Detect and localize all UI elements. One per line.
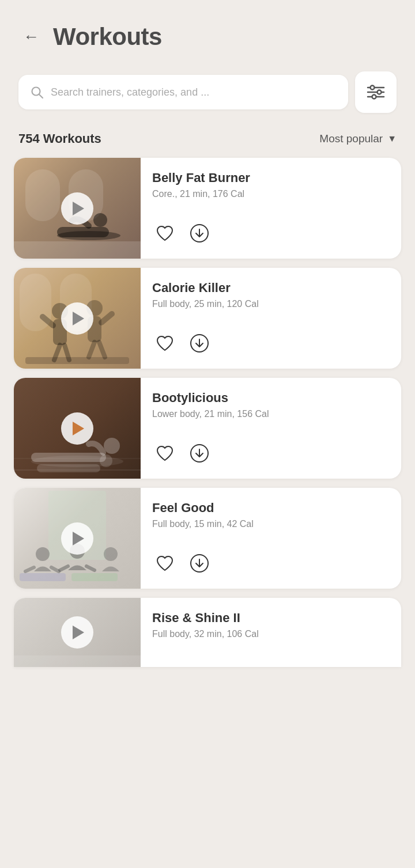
workout-name: Feel Good [152,501,390,516]
search-icon [30,85,44,99]
results-header: 754 Workouts Most popular ▼ [0,127,415,158]
workout-meta: Full body, 25 min, 120 Cal [152,299,390,309]
svg-rect-8 [25,169,60,221]
workout-actions [152,441,390,466]
svg-point-5 [378,90,382,94]
filter-button[interactable] [355,71,397,113]
svg-rect-41 [20,573,66,581]
workout-thumbnail [14,158,141,259]
heart-icon [154,223,175,244]
page-title: Workouts [53,23,162,51]
workout-thumbnail [14,488,141,589]
heart-icon [154,333,175,354]
download-button[interactable] [187,331,212,356]
workout-info: Belly Fat Burner Core., 21 min, 176 Cal [141,158,401,259]
workout-thumbnail [14,268,141,369]
workout-card[interactable]: Rise & Shine II Full body, 32 min, 106 C… [14,598,401,667]
play-button[interactable] [61,302,93,335]
svg-line-48 [86,566,95,570]
play-button[interactable] [61,616,93,649]
workout-card[interactable]: Calorie Killer Full body, 25 min, 120 Ca… [14,268,401,369]
svg-rect-52 [14,655,141,667]
workout-actions [152,221,390,246]
heart-icon [154,553,175,574]
download-icon [188,332,210,354]
sort-button[interactable]: Most popular ▼ [319,132,397,145]
svg-rect-34 [31,453,106,462]
workout-meta: Full body, 32 min, 106 Cal [152,629,390,639]
sort-label: Most popular [319,132,383,145]
workout-card[interactable]: Feel Good Full body, 15 min, 42 Cal [14,488,401,589]
download-button[interactable] [187,551,212,576]
svg-line-45 [51,567,59,571]
download-icon [188,442,210,464]
workout-actions [152,551,390,576]
svg-line-1 [39,94,43,98]
filter-icon [367,84,385,100]
workout-meta: Lower body, 21 min, 156 Cal [152,409,390,419]
workout-list: Belly Fat Burner Core., 21 min, 176 Cal [0,158,415,667]
search-placeholder: Search trainers, categories, and ... [51,86,337,98]
workout-meta: Full body, 15 min, 42 Cal [152,519,390,529]
svg-point-7 [372,95,376,99]
svg-point-43 [36,547,50,561]
chevron-down-icon: ▼ [387,134,397,144]
svg-point-3 [371,86,375,90]
svg-rect-42 [71,573,118,581]
download-button[interactable] [187,441,212,466]
back-arrow-icon: ← [23,29,39,45]
search-bar[interactable]: Search trainers, categories, and ... [18,75,348,109]
workout-thumbnail [14,378,141,479]
svg-line-28 [99,342,105,357]
workout-thumbnail [14,598,141,667]
play-button[interactable] [61,522,93,555]
svg-point-37 [100,454,112,467]
favorite-button[interactable] [152,441,178,466]
back-button[interactable]: ← [18,24,44,50]
results-count: 754 Workouts [18,131,101,146]
svg-rect-36 [37,464,100,472]
heart-icon [154,443,175,464]
svg-point-13 [93,213,107,227]
workout-info: Bootylicious Lower body, 21 min, 156 Cal [141,378,401,479]
workout-name: Rise & Shine II [152,611,390,626]
workout-meta: Core., 21 min, 176 Cal [152,189,390,199]
play-button[interactable] [61,192,93,225]
workout-info: Rise & Shine II Full body, 32 min, 106 C… [141,598,401,667]
svg-line-47 [60,566,68,570]
svg-line-27 [89,342,95,357]
header: ← Workouts [0,0,415,62]
play-button[interactable] [61,412,93,445]
workout-info: Feel Good Full body, 15 min, 42 Cal [141,488,401,589]
workout-info: Calorie Killer Full body, 25 min, 120 Ca… [141,268,401,369]
download-icon [188,222,210,244]
svg-line-26 [101,314,112,323]
svg-rect-18 [25,357,129,364]
workout-card[interactable]: Bootylicious Lower body, 21 min, 156 Cal [14,378,401,479]
download-button[interactable] [187,221,212,246]
svg-line-44 [25,567,34,571]
download-icon [188,552,210,574]
svg-point-49 [104,547,118,561]
workout-actions [152,331,390,356]
workout-name: Bootylicious [152,391,390,405]
svg-rect-12 [57,227,109,237]
svg-point-35 [104,438,120,454]
search-section: Search trainers, categories, and ... [0,62,415,127]
favorite-button[interactable] [152,551,178,576]
favorite-button[interactable] [152,331,178,356]
workout-card[interactable]: Belly Fat Burner Core., 21 min, 176 Cal [14,158,401,259]
workout-name: Belly Fat Burner [152,170,390,185]
svg-rect-10 [14,241,141,259]
workout-name: Calorie Killer [152,281,390,295]
favorite-button[interactable] [152,221,178,246]
